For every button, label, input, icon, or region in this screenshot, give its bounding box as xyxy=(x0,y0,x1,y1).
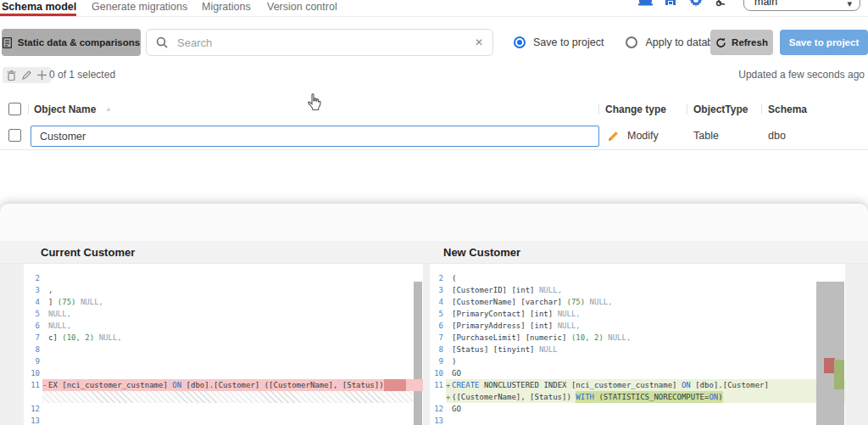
column-object-type[interactable]: ObjectType xyxy=(693,103,748,115)
code-line: 6NULL, xyxy=(24,320,423,332)
edit-icon[interactable] xyxy=(22,70,31,80)
column-divider xyxy=(598,103,599,115)
diff-code-region: 23,4] (75) NULL,5NULL,6NULL,7c] (10, 2) … xyxy=(0,264,868,425)
code-line: 3[CustomerID] [int] NULL, xyxy=(430,284,845,296)
search-box: ✕ xyxy=(146,29,493,56)
object-name-input[interactable] xyxy=(31,126,599,147)
refresh-icon xyxy=(715,37,726,48)
column-divider xyxy=(761,103,762,115)
code-line: 12 xyxy=(24,403,423,415)
save-to-project-label: Save to project xyxy=(789,37,859,48)
schema-cell: dbo xyxy=(768,130,786,142)
schema-diff-panel: E:\Documents\git\FlywaySimpleTalk_Timest… xyxy=(0,204,868,425)
updated-status: Updated a few seconds ago xyxy=(738,69,865,81)
column-schema[interactable]: Schema xyxy=(768,103,807,115)
code-line: 4[CustomerName] [varchar] (75) NULL, xyxy=(430,296,845,308)
new-code-pane[interactable]: 2(3[CustomerID] [int] NULL,4[CustomerNam… xyxy=(430,264,845,425)
column-change-type[interactable]: Change type xyxy=(605,103,666,115)
code-line: 4] (75) NULL, xyxy=(24,296,423,308)
selection-count: 0 of 1 selected xyxy=(49,69,115,81)
code-line: +([CustomerName], [Status]) WITH (STATIS… xyxy=(430,391,845,403)
branch-icon[interactable] xyxy=(715,0,727,7)
app-window: Schema model Generate migrations Migrati… xyxy=(0,0,868,425)
code-line: 10 xyxy=(24,367,423,379)
code-line: 12GO xyxy=(430,403,845,415)
refresh-label: Refresh xyxy=(732,37,768,48)
laptop-icon[interactable] xyxy=(638,0,653,6)
radio-selected-icon xyxy=(514,36,526,48)
code-line: 11+CREATE NONCLUSTERED INDEX [nci_custom… xyxy=(430,379,845,391)
code-line: 10GO xyxy=(430,367,845,379)
code-line xyxy=(24,264,423,272)
active-tab-indicator xyxy=(0,14,76,16)
row-action-icons xyxy=(3,67,51,83)
code-line: 2( xyxy=(430,272,845,284)
row-checkbox[interactable] xyxy=(8,129,21,142)
radio-save-to-project[interactable]: Save to project xyxy=(514,36,604,48)
change-type-cell: Modify xyxy=(627,130,659,142)
code-line: 2 xyxy=(24,272,423,284)
code-line: 8[Status] [tinyint] NULL xyxy=(430,344,845,355)
tab-version-control[interactable]: Version control xyxy=(267,1,337,13)
static-data-comparisons-button[interactable]: Static data & comparisons xyxy=(2,29,141,56)
code-line: 7c] (10, 2) NULL, xyxy=(24,332,423,344)
sort-icon: ▲ xyxy=(105,105,112,113)
branch-dropdown-value: main xyxy=(754,0,777,8)
pane-titles-strip: Current Customer New Customer xyxy=(0,241,868,264)
code-line: 7[PurchaseLimit] [numeric] (10, 2) NULL, xyxy=(430,332,845,344)
table-header: Object Name ▲ Change type ObjectType Sch… xyxy=(0,98,868,121)
code-line: 13 xyxy=(24,415,423,425)
hand-cursor-icon xyxy=(307,93,321,110)
column-divider xyxy=(687,103,687,115)
tab-migrations[interactable]: Migrations xyxy=(202,1,251,13)
code-line: 9 xyxy=(24,355,423,367)
object-type-cell: Table xyxy=(693,130,719,142)
gear-icon[interactable] xyxy=(688,0,704,8)
modify-pencil-icon xyxy=(608,130,620,142)
select-all-checkbox[interactable] xyxy=(8,103,21,115)
code-line xyxy=(24,391,423,403)
left-scrollbar-thumb[interactable] xyxy=(414,282,422,425)
caret-down-icon: ▾ xyxy=(847,0,852,9)
delete-icon[interactable] xyxy=(7,70,16,81)
table-row[interactable]: Modify Table dbo xyxy=(0,121,868,150)
diff-map-added-mark xyxy=(834,360,844,389)
right-pane-scrollbar[interactable] xyxy=(816,282,844,425)
save-to-project-button[interactable]: Save to project xyxy=(780,30,868,55)
radio-unselected-icon xyxy=(626,36,637,48)
clipboard-icon xyxy=(3,37,12,48)
clear-search-icon[interactable]: ✕ xyxy=(475,36,483,48)
left-pane-title: Current Customer xyxy=(41,246,135,259)
refresh-button[interactable]: Refresh xyxy=(710,30,773,55)
column-divider xyxy=(28,103,29,115)
tab-bar: Schema model Generate migrations Migrati… xyxy=(0,0,868,17)
code-line xyxy=(430,264,845,272)
tab-schema-model[interactable]: Schema model xyxy=(2,1,76,13)
search-icon xyxy=(156,36,168,48)
code-line: 13 xyxy=(430,415,845,425)
save-icon[interactable] xyxy=(665,0,676,6)
save-mode-radios: Save to project Apply to database xyxy=(514,29,730,56)
add-icon[interactable] xyxy=(37,70,47,80)
code-line: 9) xyxy=(430,355,845,367)
right-pane-title: New Customer xyxy=(443,246,520,259)
column-object-name[interactable]: Object Name xyxy=(34,103,96,115)
search-input[interactable] xyxy=(175,36,475,50)
code-line: 6[PrimaryAddress] [int] NULL, xyxy=(430,320,845,332)
code-line: 11-EX [nci_customer_custname] ON [dbo].[… xyxy=(24,379,423,391)
left-pane-scrollbar[interactable] xyxy=(413,282,423,425)
current-code-pane[interactable]: 23,4] (75) NULL,5NULL,6NULL,7c] (10, 2) … xyxy=(24,264,423,425)
static-data-comparisons-label: Static data & comparisons xyxy=(18,37,140,48)
branch-dropdown[interactable]: main ▾ xyxy=(743,0,860,11)
tab-generate-migrations[interactable]: Generate migrations xyxy=(92,1,187,13)
code-line: 8 xyxy=(24,344,423,355)
radio-save-label: Save to project xyxy=(533,36,604,48)
code-line: 3, xyxy=(24,284,423,296)
code-line: 5[PrimaryContact] [int] NULL, xyxy=(430,308,845,320)
code-line: 5NULL, xyxy=(24,308,423,320)
